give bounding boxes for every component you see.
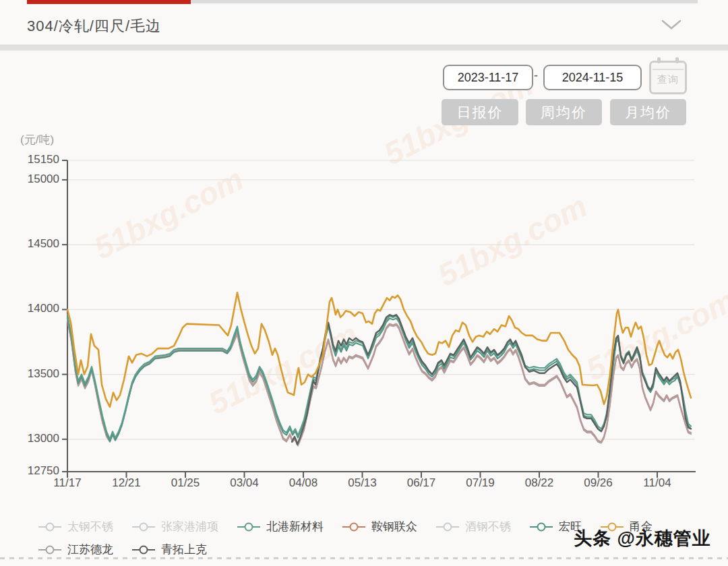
x-axis-tick-label: 12/21 <box>101 476 152 490</box>
legend-item-酒钢不锈[interactable]: 酒钢不锈 <box>435 519 511 534</box>
legend-line-circle-marker <box>342 522 366 532</box>
x-axis-tick-label: 03/04 <box>219 476 270 490</box>
x-axis-tick-label: 01/25 <box>160 476 211 490</box>
x-axis-tick-label: 06/17 <box>396 476 447 490</box>
x-axis-tick-label: 07/19 <box>455 476 506 490</box>
legend-item-江苏德龙[interactable]: 江苏德龙 <box>38 542 113 557</box>
legend-label: 江苏德龙 <box>67 542 113 557</box>
y-axis-tick-label: 15150 <box>0 153 59 166</box>
x-axis-tick-label: 08/22 <box>514 476 565 490</box>
x-axis-tick-label: 05/13 <box>337 476 388 490</box>
price-chart-page: 304/冷轧/四尺/毛边 51bxg.com 51bxg.com 51bxg.c… <box>0 0 728 566</box>
legend-item-青拓上克[interactable]: 青拓上克 <box>131 542 207 557</box>
legend-item-张家港浦项[interactable]: 张家港浦项 <box>131 519 218 534</box>
legend-line-circle-marker <box>131 522 156 532</box>
legend-label: 北港新材料 <box>266 519 324 534</box>
x-axis-tick-label: 11/17 <box>42 476 93 490</box>
legend-line-circle-marker <box>38 544 62 555</box>
legend-item-北港新材料[interactable]: 北港新材料 <box>237 519 324 534</box>
legend-line-circle-marker <box>38 522 62 532</box>
legend-line-circle-marker <box>435 522 460 532</box>
legend-line-circle-marker <box>237 522 261 532</box>
legend-line-circle-marker <box>131 544 156 555</box>
x-axis-tick-label: 04/08 <box>278 476 329 490</box>
legend-item-太钢不锈[interactable]: 太钢不锈 <box>38 519 113 534</box>
bottom-dashed-divider <box>0 557 728 559</box>
y-axis-tick-label: 12750 <box>0 464 59 478</box>
y-axis-tick-label: 15000 <box>0 172 59 186</box>
byline-watermark: 头条 @永穗管业 <box>574 526 711 551</box>
y-axis-tick-label: 14000 <box>0 302 59 315</box>
y-axis-tick-label: 13500 <box>0 367 59 381</box>
legend-row-2: 江苏德龙青拓上克 <box>38 542 225 557</box>
x-axis-tick-label: 09/26 <box>573 476 624 490</box>
legend-label: 鞍钢联众 <box>371 519 417 534</box>
y-axis-tick-label: 13000 <box>0 432 59 445</box>
series-line-宏旺 <box>67 317 691 442</box>
legend-label: 青拓上克 <box>161 542 207 557</box>
legend-label: 太钢不锈 <box>67 519 113 534</box>
x-axis-tick-label: 11/04 <box>632 476 683 490</box>
y-axis-tick-label: 14500 <box>0 237 59 251</box>
legend-label: 酒钢不锈 <box>465 519 511 534</box>
legend-line-circle-marker <box>529 522 553 532</box>
series-line-北港新材料 <box>67 315 691 439</box>
legend-item-鞍钢联众[interactable]: 鞍钢联众 <box>342 519 417 534</box>
legend-label: 张家港浦项 <box>161 519 218 534</box>
